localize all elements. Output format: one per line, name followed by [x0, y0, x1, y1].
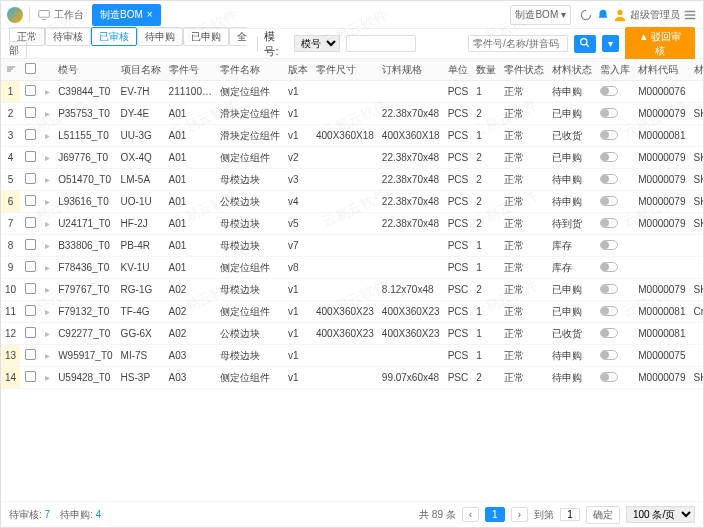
stock-toggle[interactable] [600, 130, 618, 140]
stock-toggle[interactable] [600, 108, 618, 118]
stock-toggle[interactable] [600, 350, 618, 360]
stock-toggle[interactable] [600, 196, 618, 206]
stock-toggle[interactable] [600, 218, 618, 228]
row-checkbox[interactable] [25, 261, 36, 272]
select-all-checkbox[interactable] [25, 63, 36, 74]
row-checkbox[interactable] [25, 239, 36, 250]
row-checkbox[interactable] [25, 129, 36, 140]
row-checkbox[interactable] [25, 349, 36, 360]
stock-toggle[interactable] [600, 284, 618, 294]
row-checkbox[interactable] [25, 217, 36, 228]
row-checkbox[interactable] [25, 283, 36, 294]
table-container: 云易云软件云易云软件云易云软件云易云软件云易云软件云易云软件云易云软件云易云软件… [1, 59, 703, 501]
stock-toggle[interactable] [600, 306, 618, 316]
stock-toggle[interactable] [600, 262, 618, 272]
row-checkbox[interactable] [25, 85, 36, 96]
stock-toggle[interactable] [600, 240, 618, 250]
stock-toggle[interactable] [600, 372, 618, 382]
row-checkbox[interactable] [25, 305, 36, 316]
row-checkbox[interactable] [25, 327, 36, 338]
stock-toggle[interactable] [600, 328, 618, 338]
row-checkbox[interactable] [25, 151, 36, 162]
row-checkbox[interactable] [25, 173, 36, 184]
row-checkbox[interactable] [25, 195, 36, 206]
stock-toggle[interactable] [600, 174, 618, 184]
row-checkbox[interactable] [25, 107, 36, 118]
row-checkbox[interactable] [25, 371, 36, 382]
stock-toggle[interactable] [600, 152, 618, 162]
stock-toggle[interactable] [600, 86, 618, 96]
